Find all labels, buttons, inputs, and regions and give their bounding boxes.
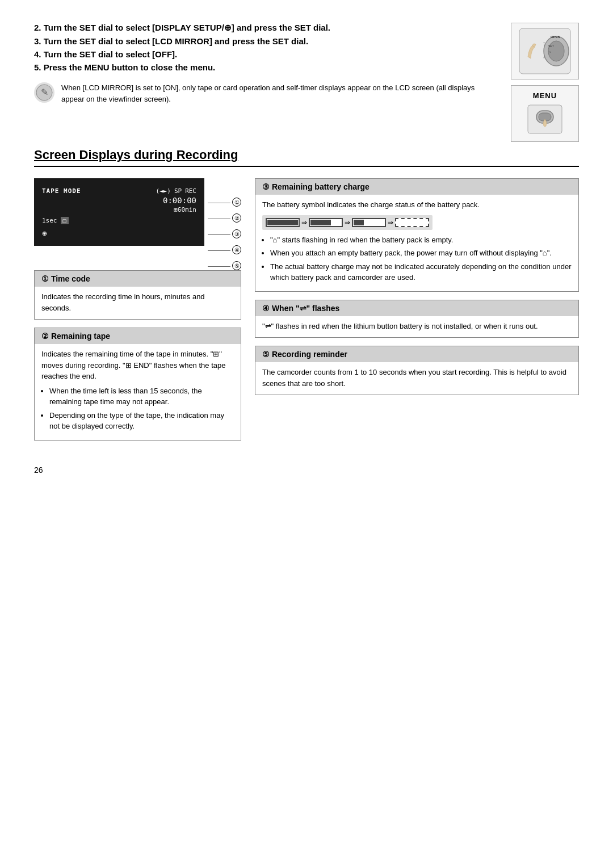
top-section: 2. Turn the SET dial to select [DISPLAY … bbox=[34, 23, 579, 142]
screen-time: 0:00:00 bbox=[163, 196, 196, 205]
screen-display: TAPE MODE (◄►) SP REC 0:00:00 ⊞60min 1se… bbox=[34, 178, 204, 246]
menu-label: MENU bbox=[533, 91, 557, 100]
remaining-tape-label: ② Remaining tape bbox=[41, 332, 110, 341]
remaining-battery-label: ③ Remaining battery charge bbox=[262, 182, 370, 191]
step-5: 5. Press the MENU button to close the me… bbox=[34, 62, 494, 72]
screen-side-numbers: ———— ① ———— ② ———— ③ ———— ④ ———— ⑤ bbox=[204, 178, 241, 270]
when-flashes-body: "⇌" flashes in red when the lithium butt… bbox=[262, 321, 572, 332]
remaining-tape-title: ② Remaining tape bbox=[35, 328, 241, 344]
right-column: ③ Remaining battery charge The battery s… bbox=[255, 178, 579, 448]
bat-stage-2 bbox=[309, 218, 343, 227]
tape-mode-label: TAPE MODE bbox=[42, 187, 81, 195]
time-code-label: ① Time code bbox=[41, 274, 90, 283]
remaining-tape-box: ② Remaining tape Indicates the remaining… bbox=[34, 328, 241, 441]
battery-bullets: "⌂" starts flashing in red when the batt… bbox=[262, 234, 572, 283]
note-text: When [LCD MIRROR] is set to [ON], only t… bbox=[61, 82, 494, 104]
bat-seg-2 bbox=[278, 220, 288, 225]
time-code-title: ① Time code bbox=[35, 271, 241, 287]
bat-stage-1 bbox=[266, 218, 300, 227]
main-content: TAPE MODE (◄►) SP REC 0:00:00 ⊞60min 1se… bbox=[34, 178, 579, 448]
left-column: TAPE MODE (◄►) SP REC 0:00:00 ⊞60min 1se… bbox=[34, 178, 241, 448]
battery-bullet-3: The actual battery charge may not be ind… bbox=[270, 261, 572, 283]
bat-seg-6 bbox=[331, 220, 341, 225]
svg-text:↑: ↑ bbox=[543, 40, 545, 47]
bat-seg-11 bbox=[407, 220, 417, 225]
callout-number-2: ② bbox=[232, 213, 241, 223]
battery-bullet-1: "⌂" starts flashing in red when the batt… bbox=[270, 234, 572, 246]
screen-top-row: TAPE MODE (◄►) SP REC bbox=[42, 187, 196, 195]
callout-number-3: ③ bbox=[232, 229, 241, 238]
bat-arrow-2: ⇒ bbox=[345, 217, 350, 228]
screen-tape-time: ⊞60min bbox=[174, 206, 196, 213]
callout-5: ———— ⑤ bbox=[208, 261, 241, 270]
callout-2: ———— ② bbox=[208, 213, 241, 223]
remaining-battery-title: ③ Remaining battery charge bbox=[255, 179, 578, 195]
screen-wifi-row: ⊕ bbox=[42, 229, 196, 238]
bat-arrow-3: ⇒ bbox=[388, 217, 393, 228]
bat-seg-4 bbox=[310, 220, 321, 225]
callout-number-5: ⑤ bbox=[232, 261, 241, 270]
time-code-box: ① Time code Indicates the recording time… bbox=[34, 270, 241, 320]
svg-text:✎: ✎ bbox=[41, 87, 48, 97]
bat-stage-3 bbox=[352, 218, 386, 227]
step-4: 4. Turn the SET dial to select [OFF]. bbox=[34, 49, 494, 59]
dial-image: OPEN SET ↑↓ ↑ ↓ bbox=[511, 23, 579, 79]
callout-4: ———— ④ bbox=[208, 245, 241, 254]
callout-1: ———— ① bbox=[208, 198, 241, 207]
bat-seg-5 bbox=[321, 220, 331, 225]
when-flashes-label: ④ When "⇌" flashes bbox=[262, 304, 339, 313]
recording-reminder-label: ⑤ Recording reminder bbox=[262, 350, 347, 359]
callout-number-1: ① bbox=[232, 198, 241, 207]
menu-image: MENU bbox=[511, 85, 579, 142]
when-flashes-title: ④ When "⇌" flashes bbox=[255, 300, 578, 316]
instructions-text: 2. Turn the SET dial to select [DISPLAY … bbox=[34, 23, 494, 118]
bat-seg-8 bbox=[364, 220, 374, 225]
recording-reminder-body: The camcorder counts from 1 to 10 second… bbox=[262, 367, 572, 389]
bat-seg-9 bbox=[374, 220, 384, 225]
top-images: OPEN SET ↑↓ ↑ ↓ MENU bbox=[511, 23, 579, 142]
screen-sp: SP bbox=[174, 187, 182, 195]
page-number: 26 bbox=[34, 466, 579, 475]
screen-wifi-icon: ⊕ bbox=[42, 229, 47, 238]
battery-indicator: ⇒ ⇒ ⇒ bbox=[262, 215, 433, 230]
time-code-body: Indicates the recording time in hours, m… bbox=[41, 291, 234, 313]
bat-stage-4 bbox=[395, 218, 429, 227]
bat-seg-1 bbox=[267, 220, 278, 225]
battery-intro: The battery symbol indicates the charge … bbox=[262, 199, 572, 211]
step-2: 2. Turn the SET dial to select [DISPLAY … bbox=[34, 23, 494, 33]
screen-icons: (◄►) bbox=[156, 187, 171, 195]
remaining-tape-bullets: When the time left is less than 15 secon… bbox=[41, 385, 234, 432]
screen-sec-row: 1sec □ bbox=[42, 217, 196, 224]
tape-bullet-2: Depending on the type of the tape, the i… bbox=[49, 410, 234, 432]
bat-seg-10 bbox=[397, 220, 407, 225]
remaining-battery-box: ③ Remaining battery charge The battery s… bbox=[255, 178, 579, 292]
tape-bullet-1: When the time left is less than 15 secon… bbox=[49, 385, 234, 408]
note-icon: ✎ bbox=[34, 82, 54, 103]
battery-bullet-2: When you attach an empty battery pack, t… bbox=[270, 248, 572, 259]
screen-battery-bar: □ bbox=[61, 217, 69, 224]
recording-reminder-title: ⑤ Recording reminder bbox=[255, 346, 578, 362]
remaining-tape-body: Indicates the remaining time of the tape… bbox=[41, 349, 234, 432]
svg-text:SET: SET bbox=[548, 44, 554, 48]
callout-number-4: ④ bbox=[232, 245, 241, 254]
callout-3: ———— ③ bbox=[208, 229, 241, 238]
screen-tape-time-row: ⊞60min bbox=[42, 206, 196, 213]
screen-rec: REC bbox=[185, 187, 196, 195]
remaining-battery-body: The battery symbol indicates the charge … bbox=[262, 199, 572, 283]
bat-seg-7 bbox=[354, 220, 364, 225]
bat-seg-12 bbox=[417, 220, 427, 225]
bat-seg-3 bbox=[288, 220, 298, 225]
screen-time-row: 0:00:00 bbox=[42, 196, 196, 205]
when-flashes-box: ④ When "⇌" flashes "⇌" flashes in red wh… bbox=[255, 300, 579, 338]
note-box: ✎ When [LCD MIRROR] is set to [ON], only… bbox=[34, 82, 494, 104]
svg-text:↑↓: ↑↓ bbox=[548, 50, 551, 53]
bat-arrow-1: ⇒ bbox=[301, 217, 307, 228]
svg-text:↓: ↓ bbox=[543, 53, 545, 60]
screen-sec: 1sec bbox=[42, 217, 57, 224]
step-3: 3. Turn the SET dial to select [LCD MIRR… bbox=[34, 36, 494, 46]
instructions-list: 2. Turn the SET dial to select [DISPLAY … bbox=[34, 23, 494, 72]
screen-with-labels: TAPE MODE (◄►) SP REC 0:00:00 ⊞60min 1se… bbox=[34, 178, 241, 270]
recording-reminder-box: ⑤ Recording reminder The camcorder count… bbox=[255, 346, 579, 395]
section-title: Screen Displays during Recording bbox=[34, 148, 579, 167]
svg-text:OPEN: OPEN bbox=[551, 35, 560, 39]
